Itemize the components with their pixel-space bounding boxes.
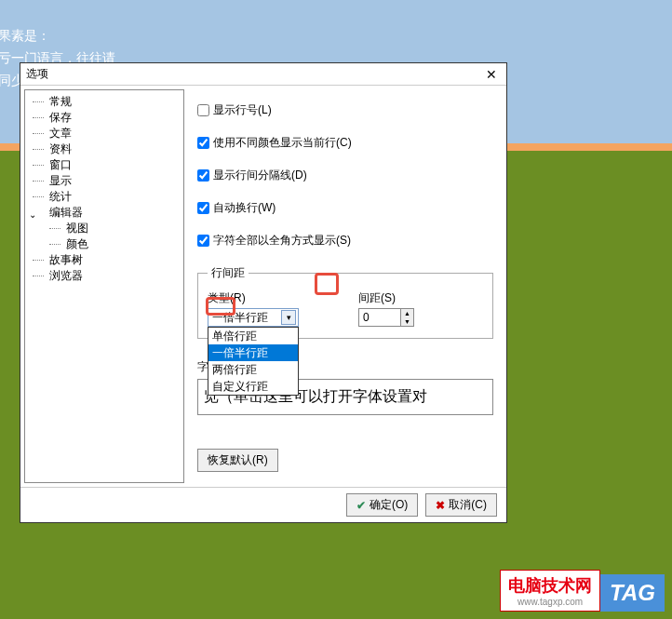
check-icon: ✔	[356, 499, 366, 512]
close-button[interactable]: ✕	[482, 66, 501, 83]
label-autowrap: 自动换行(W)	[213, 200, 276, 216]
option-onehalf[interactable]: 一倍半行距	[208, 344, 298, 361]
option-single[interactable]: 单倍行距	[208, 328, 298, 344]
interval-column: 间距(S) ▲ ▼	[358, 290, 414, 327]
cross-icon: ✖	[436, 499, 445, 512]
checkbox-diff-color[interactable]	[197, 137, 209, 149]
dialog-titlebar: 选项 ✕	[20, 63, 506, 86]
type-combobox[interactable]: 一倍半行距 ▾	[208, 308, 299, 327]
interval-input[interactable]	[359, 309, 400, 326]
ok-label: 确定(O)	[370, 497, 408, 513]
type-dropdown: 单倍行距 一倍半行距 两倍行距 自定义行距	[208, 327, 299, 396]
checkbox-separator[interactable]	[197, 169, 209, 182]
tree-item-view[interactable]: 视图	[25, 221, 183, 236]
tree-item-editor[interactable]: ⌄ 编辑器	[25, 205, 183, 221]
row-autowrap: 自动换行(W)	[197, 200, 493, 216]
label-show-line-number: 显示行号(L)	[213, 102, 272, 118]
bg-text-1: 果素是：	[0, 28, 50, 45]
interval-label: 间距(S)	[358, 290, 414, 306]
tree-item-article[interactable]: 文章	[25, 126, 183, 141]
row-diff-color: 使用不同颜色显示当前行(C)	[197, 135, 493, 151]
close-icon: ✕	[486, 67, 497, 82]
row-show-line-number: 显示行号(L)	[197, 102, 493, 118]
tree-item-material[interactable]: 资料	[25, 141, 183, 157]
fieldset-legend: 行间距	[208, 265, 249, 281]
tree-item-label: 编辑器	[49, 206, 83, 219]
row-separator: 显示行间分隔线(D)	[197, 168, 493, 183]
watermark: 电脑技术网 www.tagxp.com TAG	[500, 570, 665, 612]
dialog-title: 选项	[26, 66, 48, 82]
line-spacing-group: 行间距 类型(R) 一倍半行距 ▾ 单倍行距 一倍半行距 两	[197, 265, 493, 339]
tree-item-window[interactable]: 窗口	[25, 157, 183, 173]
chevron-down-icon[interactable]: ▾	[281, 310, 296, 325]
tree-item-stats[interactable]: 统计	[25, 189, 183, 205]
combo-value: 一倍半行距	[212, 310, 268, 326]
label-fullwidth: 字符全部以全角方式显示(S)	[213, 233, 351, 249]
restore-defaults-button[interactable]: 恢复默认(R)	[197, 449, 278, 472]
watermark-tag: TAG	[600, 574, 665, 612]
ok-button[interactable]: ✔ 确定(O)	[346, 493, 418, 517]
spinner-down-icon[interactable]: ▼	[401, 317, 413, 326]
label-separator: 显示行间分隔线(D)	[213, 168, 307, 183]
tree-item-general[interactable]: 常规	[25, 94, 183, 110]
tree-item-color[interactable]: 颜色	[25, 236, 183, 252]
interval-spinner[interactable]: ▲ ▼	[358, 308, 414, 327]
watermark-title: 电脑技术网	[508, 576, 592, 595]
dialog-body: 常规 保存 文章 资料 窗口 显示 统计 ⌄ 编辑器 视图 颜色 故事树 浏览器…	[20, 86, 506, 487]
label-diff-color: 使用不同颜色显示当前行(C)	[213, 135, 352, 151]
checkbox-fullwidth[interactable]	[197, 235, 209, 247]
watermark-url: www.tagxp.com	[508, 597, 592, 607]
spinner-up-icon[interactable]: ▲	[401, 309, 413, 317]
settings-panel: 显示行号(L) 使用不同颜色显示当前行(C) 显示行间分隔线(D) 自动换行(W…	[184, 86, 506, 487]
checkbox-autowrap[interactable]	[197, 202, 209, 214]
checkbox-show-line-number[interactable]	[197, 104, 209, 116]
category-tree[interactable]: 常规 保存 文章 资料 窗口 显示 统计 ⌄ 编辑器 视图 颜色 故事树 浏览器	[24, 89, 184, 483]
tree-item-storytree[interactable]: 故事树	[25, 252, 183, 268]
option-custom[interactable]: 自定义行距	[208, 378, 298, 395]
watermark-text: 电脑技术网 www.tagxp.com	[500, 570, 600, 612]
dialog-footer: ✔ 确定(O) ✖ 取消(C)	[20, 487, 506, 522]
tree-item-save[interactable]: 保存	[25, 110, 183, 126]
options-dialog: 选项 ✕ 常规 保存 文章 资料 窗口 显示 统计 ⌄ 编辑器 视图 颜色 故事…	[20, 62, 507, 523]
option-double[interactable]: 两倍行距	[208, 361, 298, 378]
cancel-button[interactable]: ✖ 取消(C)	[425, 493, 497, 517]
type-label: 类型(R)	[208, 290, 299, 306]
tree-item-display[interactable]: 显示	[25, 173, 183, 189]
type-column: 类型(R) 一倍半行距 ▾ 单倍行距 一倍半行距 两倍行距 自定义行距	[208, 290, 299, 327]
tree-item-browser[interactable]: 浏览器	[25, 268, 183, 284]
row-fullwidth: 字符全部以全角方式显示(S)	[197, 233, 493, 249]
cancel-label: 取消(C)	[449, 497, 487, 513]
